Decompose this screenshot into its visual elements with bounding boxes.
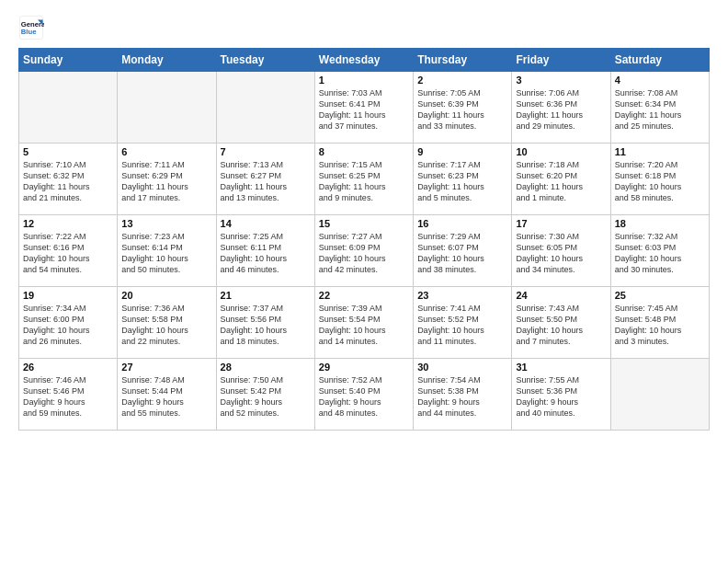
week-row-3: 12Sunrise: 7:22 AM Sunset: 6:16 PM Dayli…: [19, 215, 710, 287]
day-info: Sunrise: 7:06 AM Sunset: 6:36 PM Dayligh…: [516, 87, 606, 132]
calendar-cell: 25Sunrise: 7:45 AM Sunset: 5:48 PM Dayli…: [610, 287, 709, 359]
day-number: 21: [221, 290, 311, 301]
calendar-cell: 12Sunrise: 7:22 AM Sunset: 6:16 PM Dayli…: [19, 215, 118, 287]
day-info: Sunrise: 7:18 AM Sunset: 6:20 PM Dayligh…: [516, 159, 606, 204]
calendar-cell: 27Sunrise: 7:48 AM Sunset: 5:44 PM Dayli…: [118, 359, 216, 431]
day-info: Sunrise: 7:22 AM Sunset: 6:16 PM Dayligh…: [23, 231, 113, 276]
day-info: Sunrise: 7:08 AM Sunset: 6:34 PM Dayligh…: [615, 87, 705, 132]
calendar-cell: 3Sunrise: 7:06 AM Sunset: 6:36 PM Daylig…: [512, 72, 610, 144]
calendar-cell: 21Sunrise: 7:37 AM Sunset: 5:56 PM Dayli…: [216, 287, 314, 359]
day-info: Sunrise: 7:54 AM Sunset: 5:38 PM Dayligh…: [417, 374, 507, 419]
day-number: 14: [221, 218, 311, 229]
weekday-header-monday: Monday: [118, 49, 216, 72]
calendar-cell: 29Sunrise: 7:52 AM Sunset: 5:40 PM Dayli…: [314, 359, 413, 431]
day-number: 22: [319, 290, 409, 301]
day-info: Sunrise: 7:30 AM Sunset: 6:05 PM Dayligh…: [516, 231, 606, 276]
calendar-cell: 7Sunrise: 7:13 AM Sunset: 6:27 PM Daylig…: [216, 144, 314, 215]
header: General Blue: [18, 15, 710, 40]
day-number: 20: [121, 290, 211, 301]
day-number: 28: [221, 362, 311, 373]
calendar-cell: 31Sunrise: 7:55 AM Sunset: 5:36 PM Dayli…: [512, 359, 610, 431]
day-info: Sunrise: 7:20 AM Sunset: 6:18 PM Dayligh…: [615, 159, 705, 204]
day-number: 3: [516, 75, 606, 86]
day-info: Sunrise: 7:50 AM Sunset: 5:42 PM Dayligh…: [221, 374, 311, 419]
day-number: 23: [417, 290, 507, 301]
day-info: Sunrise: 7:43 AM Sunset: 5:50 PM Dayligh…: [516, 303, 606, 348]
week-row-5: 26Sunrise: 7:46 AM Sunset: 5:46 PM Dayli…: [19, 359, 710, 431]
day-number: 1: [319, 75, 409, 86]
weekday-header-tuesday: Tuesday: [216, 49, 314, 72]
day-info: Sunrise: 7:46 AM Sunset: 5:46 PM Dayligh…: [23, 374, 113, 419]
calendar-cell: 1Sunrise: 7:03 AM Sunset: 6:41 PM Daylig…: [314, 72, 413, 144]
day-info: Sunrise: 7:32 AM Sunset: 6:03 PM Dayligh…: [615, 231, 705, 276]
logo-icon: General Blue: [18, 15, 44, 40]
svg-text:Blue: Blue: [21, 28, 37, 36]
day-number: 7: [221, 146, 311, 157]
day-info: Sunrise: 7:52 AM Sunset: 5:40 PM Dayligh…: [319, 374, 409, 419]
calendar-cell: 16Sunrise: 7:29 AM Sunset: 6:07 PM Dayli…: [414, 215, 512, 287]
calendar-cell: 11Sunrise: 7:20 AM Sunset: 6:18 PM Dayli…: [610, 144, 709, 215]
calendar-cell: 8Sunrise: 7:15 AM Sunset: 6:25 PM Daylig…: [314, 144, 413, 215]
day-number: 5: [23, 146, 113, 157]
day-info: Sunrise: 7:36 AM Sunset: 5:58 PM Dayligh…: [121, 303, 211, 348]
calendar-cell: 18Sunrise: 7:32 AM Sunset: 6:03 PM Dayli…: [610, 215, 709, 287]
calendar-cell: 14Sunrise: 7:25 AM Sunset: 6:11 PM Dayli…: [216, 215, 314, 287]
day-number: 2: [417, 75, 507, 86]
day-info: Sunrise: 7:41 AM Sunset: 5:52 PM Dayligh…: [417, 303, 507, 348]
calendar-cell: 19Sunrise: 7:34 AM Sunset: 6:00 PM Dayli…: [19, 287, 118, 359]
weekday-header-thursday: Thursday: [414, 49, 512, 72]
day-info: Sunrise: 7:39 AM Sunset: 5:54 PM Dayligh…: [319, 303, 409, 348]
weekday-header-saturday: Saturday: [610, 49, 709, 72]
day-info: Sunrise: 7:37 AM Sunset: 5:56 PM Dayligh…: [221, 303, 311, 348]
day-number: 12: [23, 218, 113, 229]
calendar-cell: [19, 72, 118, 144]
day-number: 13: [121, 218, 211, 229]
day-number: 15: [319, 218, 409, 229]
day-number: 24: [516, 290, 606, 301]
weekday-header-sunday: Sunday: [19, 49, 118, 72]
page: General Blue SundayMondayTuesdayWednesda…: [0, 0, 728, 563]
day-info: Sunrise: 7:10 AM Sunset: 6:32 PM Dayligh…: [23, 159, 113, 204]
day-number: 31: [516, 362, 606, 373]
day-info: Sunrise: 7:15 AM Sunset: 6:25 PM Dayligh…: [319, 159, 409, 204]
day-info: Sunrise: 7:48 AM Sunset: 5:44 PM Dayligh…: [121, 374, 211, 419]
logo: General Blue: [18, 15, 48, 40]
calendar-cell: [610, 359, 709, 431]
calendar-cell: 17Sunrise: 7:30 AM Sunset: 6:05 PM Dayli…: [512, 215, 610, 287]
day-number: 10: [516, 146, 606, 157]
day-number: 4: [615, 75, 705, 86]
calendar-cell: 15Sunrise: 7:27 AM Sunset: 6:09 PM Dayli…: [314, 215, 413, 287]
day-info: Sunrise: 7:05 AM Sunset: 6:39 PM Dayligh…: [417, 87, 507, 132]
day-info: Sunrise: 7:34 AM Sunset: 6:00 PM Dayligh…: [23, 303, 113, 348]
day-info: Sunrise: 7:25 AM Sunset: 6:11 PM Dayligh…: [221, 231, 311, 276]
day-number: 17: [516, 218, 606, 229]
weekday-header-friday: Friday: [512, 49, 610, 72]
day-number: 27: [121, 362, 211, 373]
day-info: Sunrise: 7:23 AM Sunset: 6:14 PM Dayligh…: [121, 231, 211, 276]
day-number: 29: [319, 362, 409, 373]
day-number: 8: [319, 146, 409, 157]
calendar: SundayMondayTuesdayWednesdayThursdayFrid…: [18, 48, 710, 431]
calendar-cell: 26Sunrise: 7:46 AM Sunset: 5:46 PM Dayli…: [19, 359, 118, 431]
day-number: 25: [615, 290, 705, 301]
calendar-cell: 13Sunrise: 7:23 AM Sunset: 6:14 PM Dayli…: [118, 215, 216, 287]
day-info: Sunrise: 7:27 AM Sunset: 6:09 PM Dayligh…: [319, 231, 409, 276]
calendar-cell: 24Sunrise: 7:43 AM Sunset: 5:50 PM Dayli…: [512, 287, 610, 359]
calendar-cell: 30Sunrise: 7:54 AM Sunset: 5:38 PM Dayli…: [414, 359, 512, 431]
day-number: 6: [121, 146, 211, 157]
week-row-4: 19Sunrise: 7:34 AM Sunset: 6:00 PM Dayli…: [19, 287, 710, 359]
week-row-2: 5Sunrise: 7:10 AM Sunset: 6:32 PM Daylig…: [19, 144, 710, 215]
week-row-1: 1Sunrise: 7:03 AM Sunset: 6:41 PM Daylig…: [19, 72, 710, 144]
calendar-cell: 10Sunrise: 7:18 AM Sunset: 6:20 PM Dayli…: [512, 144, 610, 215]
day-info: Sunrise: 7:13 AM Sunset: 6:27 PM Dayligh…: [221, 159, 311, 204]
day-info: Sunrise: 7:55 AM Sunset: 5:36 PM Dayligh…: [516, 374, 606, 419]
calendar-cell: 22Sunrise: 7:39 AM Sunset: 5:54 PM Dayli…: [314, 287, 413, 359]
weekday-header-wednesday: Wednesday: [314, 49, 413, 72]
day-number: 30: [417, 362, 507, 373]
calendar-cell: 5Sunrise: 7:10 AM Sunset: 6:32 PM Daylig…: [19, 144, 118, 215]
calendar-cell: 23Sunrise: 7:41 AM Sunset: 5:52 PM Dayli…: [414, 287, 512, 359]
day-number: 11: [615, 146, 705, 157]
day-info: Sunrise: 7:11 AM Sunset: 6:29 PM Dayligh…: [121, 159, 211, 204]
calendar-cell: [216, 72, 314, 144]
day-number: 19: [23, 290, 113, 301]
